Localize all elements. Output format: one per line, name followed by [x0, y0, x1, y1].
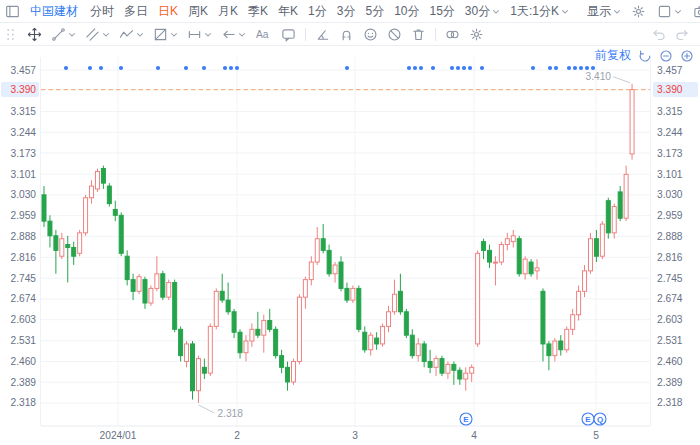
measure-dropdown[interactable] [187, 27, 212, 42]
trend-line-icon[interactable] [51, 27, 66, 42]
layout-icon [657, 4, 672, 19]
period-tab[interactable]: 15分 [430, 3, 455, 20]
candle-body [618, 192, 622, 218]
toolbar-dropdown-0[interactable]: 30分 [465, 3, 500, 20]
toolbar-dropdown-1[interactable]: 1天:1分K [510, 3, 569, 20]
period-tab[interactable]: 年K [278, 3, 298, 20]
announcement-dot[interactable] [554, 66, 558, 70]
candle-body [185, 344, 189, 362]
announcement-dot[interactable] [591, 66, 595, 70]
emoji-icon[interactable] [363, 27, 378, 42]
candle-body [238, 332, 242, 352]
settings-icon[interactable] [631, 4, 646, 19]
announcement-dot[interactable] [548, 66, 552, 70]
trading-app-window: { "header": { "symbol": "中国建材", "tabs": … [0, 0, 700, 445]
announcement-dot[interactable] [431, 66, 435, 70]
wave-dropdown[interactable] [119, 27, 144, 42]
magnet-icon[interactable] [339, 27, 354, 42]
chevron-down-icon [204, 31, 212, 38]
announcement-dot[interactable] [573, 66, 577, 70]
redo-icon[interactable] [675, 27, 690, 42]
trend-line-dropdown[interactable] [51, 27, 76, 42]
svg-text:Aa: Aa [256, 29, 269, 40]
y-axis-label-right: 2.816 [657, 252, 683, 263]
announcement-dot[interactable] [413, 66, 417, 70]
arrow-left-dropdown[interactable] [221, 27, 246, 42]
announcement-dot[interactable] [223, 66, 227, 70]
zoom-out-icon[interactable] [659, 49, 673, 63]
adjustment-mode-label[interactable]: 前复权 [595, 47, 631, 64]
reset-view-icon[interactable] [638, 49, 652, 63]
announcement-dot[interactable] [468, 66, 472, 70]
period-tab[interactable]: 分时 [90, 3, 114, 20]
candle-body [630, 90, 634, 154]
measure-icon[interactable] [187, 27, 202, 42]
wave-icon[interactable] [119, 27, 134, 42]
toolbar-dropdown-2[interactable]: 显示 [587, 3, 621, 20]
angle-icon[interactable] [315, 27, 330, 42]
period-tab[interactable]: 日K [158, 3, 178, 20]
candle-body [196, 359, 200, 391]
link-circles-icon[interactable] [445, 27, 460, 42]
announcement-dot[interactable] [119, 66, 123, 70]
y-axis-label-left: 2.959 [11, 210, 37, 221]
candle-body [499, 245, 503, 263]
zoom-in-icon[interactable] [680, 49, 694, 63]
announcement-dot[interactable] [64, 66, 68, 70]
announcement-dot[interactable] [99, 66, 103, 70]
announcement-dot[interactable] [229, 66, 233, 70]
announcement-dot[interactable] [480, 66, 484, 70]
grip-icon[interactable] [3, 27, 18, 42]
period-tab[interactable]: 5分 [365, 3, 384, 20]
comment-icon[interactable] [281, 27, 296, 42]
arrow-left-icon[interactable] [221, 27, 236, 42]
announcement-dot[interactable] [156, 66, 160, 70]
text-tool-icon[interactable]: Aa [255, 27, 272, 42]
symbol-title[interactable]: 中国建材 [30, 3, 78, 20]
gann-box-icon[interactable] [153, 27, 168, 42]
period-tab[interactable]: 10分 [394, 3, 419, 20]
announcement-dot[interactable] [585, 66, 589, 70]
current-price-label-left: 3.390 [11, 84, 37, 95]
candle-body [274, 329, 278, 355]
candle-body [327, 250, 331, 273]
announcement-dot[interactable] [579, 66, 583, 70]
period-tab[interactable]: 月K [218, 3, 238, 20]
candlestick-chart[interactable]: 3.4573.4573.3153.3153.2443.2443.1733.173… [0, 45, 700, 445]
cursor-move-icon[interactable] [27, 27, 42, 42]
ban-icon[interactable] [387, 27, 402, 42]
period-tab[interactable]: 周K [188, 3, 208, 20]
dropdown-label: 30分 [465, 3, 490, 20]
announcement-dot[interactable] [184, 66, 188, 70]
candle-body [588, 239, 592, 271]
period-tab[interactable]: 1分 [308, 3, 327, 20]
candle-body [470, 367, 474, 373]
period-tab[interactable]: 3分 [337, 3, 356, 20]
candle-body [143, 280, 147, 303]
announcement-dot[interactable] [567, 66, 571, 70]
y-axis-label-right: 2.674 [657, 293, 683, 304]
announcement-dot[interactable] [345, 66, 349, 70]
channel-icon[interactable] [85, 27, 100, 42]
announcement-dot[interactable] [88, 66, 92, 70]
panel-left-icon[interactable] [5, 4, 20, 19]
layout-dropdown[interactable] [657, 4, 682, 19]
announcement-dot[interactable] [202, 66, 206, 70]
period-tab[interactable]: 季K [248, 3, 268, 20]
settings-icon[interactable] [469, 27, 484, 42]
camera-icon[interactable] [693, 4, 700, 19]
undo-icon[interactable] [651, 27, 666, 42]
announcement-dot[interactable] [456, 66, 460, 70]
candle-body [464, 373, 468, 379]
announcement-dot[interactable] [450, 66, 454, 70]
announcement-dot[interactable] [531, 66, 535, 70]
gann-box-dropdown[interactable] [153, 27, 178, 42]
announcement-dot[interactable] [235, 66, 239, 70]
announcement-dot[interactable] [462, 66, 466, 70]
announcement-dot[interactable] [407, 66, 411, 70]
announcement-dot[interactable] [419, 66, 423, 70]
trash-icon[interactable] [411, 27, 426, 42]
candle-body [107, 186, 111, 204]
channel-dropdown[interactable] [85, 27, 110, 42]
period-tab[interactable]: 多日 [124, 3, 148, 20]
